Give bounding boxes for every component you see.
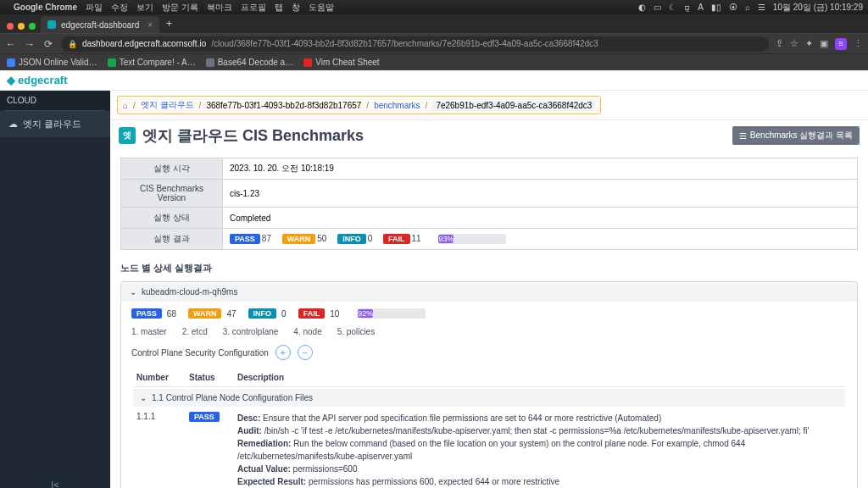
panel-icon[interactable]: ▣ — [820, 38, 828, 50]
menu-edit[interactable]: 수정 — [111, 2, 128, 14]
status-icon[interactable]: ☾ — [669, 3, 676, 12]
pill-pass: PASS — [131, 308, 162, 319]
cloud-icon: ☁ — [8, 119, 18, 130]
new-tab-button[interactable]: + — [159, 18, 179, 33]
row-description: Desc: Ensure that the API server pod spe… — [234, 408, 845, 488]
reload-button[interactable]: ⟳ — [42, 38, 54, 50]
lock-icon: 🔒 — [68, 40, 77, 48]
menubar-app[interactable]: Google Chrome — [14, 3, 77, 12]
summary-label: 실행 결과 — [121, 229, 223, 250]
menu-history[interactable]: 방문 기록 — [162, 2, 198, 14]
sidebar-item-cloud[interactable]: ☁ 엣지 클라우드 — [0, 111, 110, 137]
menu-profile[interactable]: 프로필 — [241, 2, 266, 14]
count-fail: 11 — [412, 234, 421, 243]
config-title: Control Plane Security Configuration — [131, 348, 269, 358]
back-button[interactable]: ← — [5, 38, 17, 50]
bookmark-item[interactable]: Text Compare! - A… — [108, 58, 196, 67]
collapse-all-button[interactable]: − — [298, 345, 313, 360]
pill-fail: FAIL — [383, 234, 410, 244]
url-path: /cloud/368fe77b-03f1-4093-bb2d-8f3d82b17… — [211, 39, 598, 48]
menu-window[interactable]: 창 — [292, 2, 300, 14]
tab-favicon — [47, 20, 56, 29]
page-badge: 엣 — [119, 127, 136, 144]
tab-master[interactable]: 1. master — [131, 327, 167, 336]
input-icon[interactable]: A — [698, 3, 704, 12]
menu-view[interactable]: 보기 — [136, 2, 153, 14]
breadcrumb-cloud[interactable]: 엣지 클라우드 — [141, 99, 194, 111]
wifi-icon[interactable]: ⦿ — [729, 3, 737, 12]
node-toggle[interactable]: ⌄ kubeadm-cloud-m-qh9ms — [121, 282, 857, 302]
node-summary: PASS68 WARN47 INFO0 FAIL10 92% — [131, 308, 847, 319]
minimize-window-icon[interactable] — [18, 23, 25, 30]
progress-bar: 93% — [438, 234, 506, 244]
maximize-window-icon[interactable] — [29, 23, 36, 30]
status-icon[interactable]: ◐ — [638, 3, 646, 12]
profile-button[interactable]: S — [835, 38, 847, 50]
subsection-toggle[interactable]: ⌄ 1.1 Control Plane Node Configuration F… — [133, 389, 845, 407]
close-window-icon[interactable] — [7, 23, 14, 30]
pill-info: INFO — [337, 234, 366, 244]
menu-file[interactable]: 파일 — [86, 2, 103, 14]
summary-version: cis-1.23 — [223, 180, 858, 208]
menubar-clock[interactable]: 10월 20일 (금) 10:19:29 — [773, 2, 863, 14]
progress-bar: 92% — [358, 308, 426, 319]
bookmarks-bar: JSON Online Valid… Text Compare! - A… Ba… — [0, 53, 868, 70]
search-icon[interactable]: ⌕ — [745, 3, 750, 12]
close-tab-icon[interactable]: × — [147, 20, 153, 30]
forward-button[interactable]: → — [24, 38, 36, 50]
sidebar-head: CLOUD — [0, 91, 110, 110]
bookmark-item[interactable]: Base64 Decode a… — [206, 58, 294, 67]
count-info: 0 — [368, 234, 373, 243]
app-header: ◆edgecraft — [0, 70, 868, 91]
tab-controlplane[interactable]: 3. controlplane — [223, 327, 279, 336]
tab-title: edgecraft-dashboard — [61, 20, 139, 30]
result-table: Number Status Description ⌄ 1.1 Control … — [131, 367, 847, 488]
control-center-icon[interactable]: ☰ — [758, 3, 765, 12]
row-number: 1.1.1 — [133, 408, 184, 488]
node-name: kubeadm-cloud-m-qh9ms — [142, 287, 237, 297]
summary-result: PASS87 WARN50 INFO0 FAIL11 93% — [223, 229, 858, 250]
summary-label: CIS Benchmarks Version — [121, 180, 223, 208]
menu-help[interactable]: 도움말 — [309, 2, 334, 14]
app-logo[interactable]: ◆edgecraft — [7, 74, 68, 86]
count-warn: 50 — [317, 234, 326, 243]
star-icon[interactable]: ☆ — [790, 38, 798, 50]
menu-icon[interactable]: ⋮ — [854, 38, 863, 50]
battery-icon[interactable]: ▮▯ — [711, 3, 721, 12]
tab-node[interactable]: 4. node — [293, 327, 321, 336]
breadcrumb-id1[interactable]: 368fe77b-03f1-4093-bb2d-8f3d82b17657 — [206, 101, 361, 110]
address-bar[interactable]: 🔒 dashboard.edgecraft.acornsoft.io/cloud… — [61, 36, 769, 52]
col-status: Status — [186, 369, 232, 387]
extensions-icon[interactable]: ✦ — [805, 38, 813, 50]
sidebar-collapse-button[interactable]: |< — [0, 473, 110, 488]
browser-tab[interactable]: edgecraft-dashboard × — [41, 16, 159, 33]
macos-menubar: Google Chrome 파일 수정 보기 방문 기록 북마크 프로필 탭 창… — [0, 0, 868, 14]
tab-etcd[interactable]: 2. etcd — [182, 327, 208, 336]
node-tabs: 1. master 2. etcd 3. controlplane 4. nod… — [131, 327, 847, 336]
pill-warn: WARN — [282, 234, 316, 244]
pill-info: INFO — [248, 308, 277, 319]
status-icon[interactable]: ▭ — [654, 3, 661, 12]
count-pass: 87 — [262, 234, 271, 243]
share-icon[interactable]: ⇪ — [776, 38, 783, 50]
benchmark-list-button[interactable]: ☰Benchmarks 실행결과 목록 — [732, 126, 860, 145]
bookmark-item[interactable]: Vim Cheat Sheet — [303, 58, 379, 67]
breadcrumb-benchmarks[interactable]: benchmarks — [374, 101, 420, 110]
breadcrumb-current: 7e26b91b-edf3-4a09-aa5c-ca3668f42dc3 — [432, 100, 595, 111]
bookmark-item[interactable]: JSON Online Valid… — [7, 58, 97, 67]
menu-bookmarks[interactable]: 북마크 — [207, 2, 232, 14]
summary-label: 실행 시각 — [121, 158, 223, 180]
chrome-tabbar: edgecraft-dashboard × + — [0, 14, 868, 33]
page-title: 엣지 클라우드 CIS Benchmarks — [142, 125, 364, 146]
summary-time: 2023. 10. 20. 오전 10:18:19 — [223, 158, 858, 180]
logo-icon: ◆ — [7, 74, 15, 86]
tab-policies[interactable]: 5. policies — [337, 327, 375, 336]
bluetooth-icon[interactable]: ⚼ — [684, 3, 690, 13]
menu-tab[interactable]: 탭 — [275, 2, 283, 14]
section-title: 노드 별 상세 실행결과 — [120, 262, 858, 274]
expand-all-button[interactable]: + — [275, 345, 291, 360]
summary-state: Completed — [223, 208, 858, 229]
chrome-toolbar: ← → ⟳ 🔒 dashboard.edgecraft.acornsoft.io… — [0, 33, 868, 53]
breadcrumb-home[interactable]: ⌂ — [123, 101, 128, 110]
node-panel: ⌄ kubeadm-cloud-m-qh9ms PASS68 WARN47 IN… — [120, 281, 858, 488]
